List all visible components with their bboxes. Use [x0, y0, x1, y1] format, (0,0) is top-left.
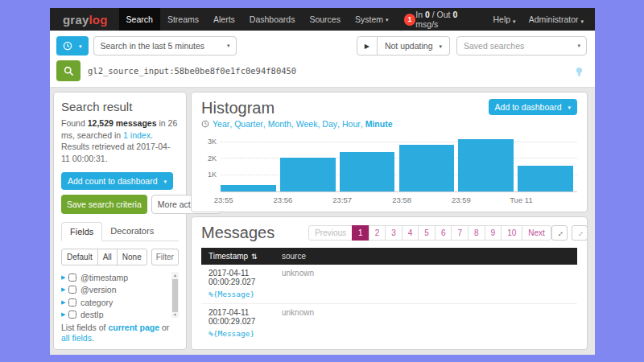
notification-badge[interactable]: 1: [404, 14, 416, 26]
pagination-page-3[interactable]: 3: [385, 225, 402, 241]
field-expand-icon[interactable]: ▶: [61, 286, 68, 293]
field-label: category: [80, 298, 113, 307]
user-menu[interactable]: Administrator▾: [529, 14, 584, 24]
fields-all-button[interactable]: All: [97, 249, 118, 265]
add-to-dashboard-button[interactable]: Add to dashboard▾: [489, 99, 577, 115]
x-tick-label: 23:59: [452, 195, 471, 204]
search-button[interactable]: [56, 60, 80, 81]
field-expand-icon[interactable]: ▶: [61, 299, 68, 306]
pagination-previous[interactable]: Previous: [308, 225, 353, 241]
field-expand-icon[interactable]: ▶: [61, 311, 68, 318]
sort-icon[interactable]: ⇅: [251, 253, 258, 261]
scrollbar-thumb[interactable]: [172, 279, 178, 312]
resolution-month[interactable]: Month: [268, 119, 291, 129]
fields-list: ▶@timestamp▶@version▶category▶destIp▶des…: [61, 271, 179, 319]
filter-fields-input[interactable]: [151, 249, 179, 265]
pagination-page-7[interactable]: 7: [451, 225, 469, 241]
chevron-down-icon: ▾: [568, 105, 571, 111]
field-checkbox-destIp[interactable]: [68, 311, 76, 319]
clock-icon: [201, 120, 209, 128]
field-label: @version: [80, 285, 117, 294]
message-text: %{Message}: [201, 290, 577, 298]
search-result-sidebar: Search result Found 12,529 messages in 2…: [53, 92, 187, 350]
pagination-page-8[interactable]: 8: [468, 225, 485, 241]
field-checkbox-@version[interactable]: [68, 286, 76, 294]
pagination-page-9[interactable]: 9: [485, 225, 502, 241]
all-fields-link[interactable]: all fields: [61, 333, 92, 343]
chevron-down-icon: ▾: [580, 19, 584, 24]
search-result-title: Search result: [61, 100, 179, 113]
x-tick-label: 23:57: [332, 195, 352, 204]
nav-item-system[interactable]: System▾: [348, 8, 396, 31]
resolution-day[interactable]: Day: [322, 119, 337, 129]
histogram-bar: [280, 158, 336, 191]
nav-item-alerts[interactable]: Alerts: [206, 8, 242, 31]
fields-scrollbar[interactable]: ▲ ▼: [171, 272, 179, 318]
field-list-item: ▶destIp: [61, 308, 168, 318]
scroll-up-icon[interactable]: ▲: [171, 273, 179, 278]
expand-messages-button[interactable]: ↔: [551, 225, 568, 241]
resolution-hour[interactable]: Hour: [342, 119, 361, 129]
fields-filter-row: Default All None: [61, 249, 179, 265]
time-range-type-button[interactable]: ▾: [56, 36, 89, 56]
pagination-page-2[interactable]: 2: [369, 225, 386, 241]
saved-searches-select[interactable]: Saved searches▾: [456, 36, 587, 56]
search-result-summary: Found 12,529 messages in 26 ms, searched…: [61, 117, 179, 141]
nav-item-search[interactable]: Search: [119, 8, 160, 31]
field-expand-icon[interactable]: ▶: [61, 274, 68, 281]
chevron-down-icon: ▾: [577, 43, 580, 49]
add-count-to-dashboard-button[interactable]: Add count to dashboard▾: [61, 172, 173, 190]
message-row[interactable]: 2017-04-11 00:00:29.027unknown%{Message}: [201, 265, 577, 304]
x-tick-label: 23:58: [392, 195, 411, 204]
histogram-chart: 1K2K3K: [201, 134, 577, 192]
index-link[interactable]: 1 index: [123, 130, 151, 140]
field-checkbox-category[interactable]: [68, 298, 76, 306]
help-menu[interactable]: Help▾: [493, 14, 516, 24]
resolution-week[interactable]: Week: [296, 119, 318, 129]
histogram-bar: [399, 145, 455, 191]
chevron-down-icon: ▾: [164, 179, 167, 185]
resolution-quarter[interactable]: Quarter: [234, 119, 263, 129]
tab-fields[interactable]: Fields: [61, 222, 102, 241]
compress-messages-button[interactable]: ↔: [572, 225, 588, 241]
histogram-plot: [221, 134, 577, 192]
resolution-separator: ,: [337, 119, 340, 129]
fields-none-button[interactable]: None: [117, 249, 147, 265]
tab-decorators[interactable]: Decorators: [102, 222, 162, 241]
field-label: @timestamp: [80, 273, 128, 282]
pagination: Previous12345678910Next: [308, 225, 551, 241]
refresh-interval-button[interactable]: Not updating▾: [378, 36, 450, 56]
pagination-page-6[interactable]: 6: [435, 225, 452, 241]
pagination-page-1[interactable]: 1: [352, 225, 369, 241]
message-text: %{Message}: [201, 329, 577, 338]
run-search-button[interactable]: ▶: [357, 36, 378, 56]
lightbulb-icon[interactable]: [575, 66, 584, 80]
search-query-input[interactable]: gl2_source_input:58be0be8f0e1fc0e94f8045…: [88, 60, 587, 81]
pagination-page-10[interactable]: 10: [501, 225, 522, 241]
field-checkbox-@timestamp[interactable]: [68, 274, 76, 282]
messages-title: Messages: [201, 224, 275, 241]
fields-default-button[interactable]: Default: [61, 249, 98, 265]
save-search-criteria-button[interactable]: Save search criteria: [61, 195, 147, 214]
pagination-page-4[interactable]: 4: [402, 225, 419, 241]
pagination-next[interactable]: Next: [522, 225, 551, 241]
pagination-page-5[interactable]: 5: [418, 225, 436, 241]
resolution-separator: ,: [291, 119, 294, 129]
histogram-resolutions-links: Year,Quarter,Month,Week,Day,Hour,Minute: [213, 119, 392, 129]
resolution-separator: ,: [317, 119, 320, 129]
nav-item-sources[interactable]: Sources: [302, 8, 348, 31]
nav-item-dashboards[interactable]: Dashboards: [242, 8, 303, 31]
scroll-down-icon[interactable]: ▼: [171, 312, 179, 317]
y-tick-label: 2K: [208, 154, 217, 162]
resolution-minute[interactable]: Minute: [365, 119, 393, 129]
message-row[interactable]: 2017-04-11 00:00:29.027unknown%{Message}: [201, 304, 577, 343]
y-axis: 1K2K3K: [201, 134, 221, 192]
messages-tbody: 2017-04-11 00:00:29.027unknown%{Message}…: [201, 265, 577, 343]
chevron-down-icon: ▾: [227, 43, 230, 49]
time-range-select[interactable]: Search in the last 5 minutes▾: [93, 36, 237, 56]
nav-item-streams[interactable]: Streams: [160, 8, 206, 31]
message-timestamp: 2017-04-11 00:00:29.027: [201, 269, 282, 286]
graylog-logo[interactable]: graylog: [63, 13, 108, 27]
resolution-year[interactable]: Year: [213, 119, 229, 129]
current-page-link[interactable]: current page: [108, 323, 159, 332]
